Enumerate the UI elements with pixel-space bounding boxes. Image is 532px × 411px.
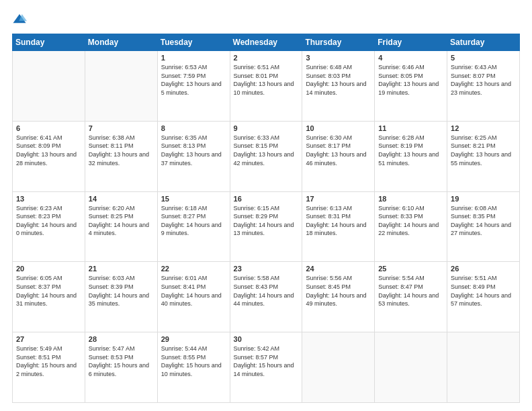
day-info: Sunrise: 5:51 AM Sunset: 8:49 PM Dayligh…	[451, 274, 516, 308]
day-number: 9	[234, 124, 299, 132]
day-number: 16	[234, 195, 299, 203]
day-info: Sunrise: 6:41 AM Sunset: 8:09 PM Dayligh…	[16, 134, 81, 167]
day-info: Sunrise: 6:28 AM Sunset: 8:19 PM Dayligh…	[378, 134, 443, 167]
day-cell	[85, 51, 157, 122]
day-cell: 14Sunrise: 6:20 AM Sunset: 8:25 PM Dayli…	[85, 191, 157, 262]
day-number: 29	[161, 335, 226, 343]
day-cell: 8Sunrise: 6:35 AM Sunset: 8:13 PM Daylig…	[157, 121, 230, 191]
day-info: Sunrise: 6:15 AM Sunset: 8:29 PM Dayligh…	[234, 204, 299, 238]
day-info: Sunrise: 5:44 AM Sunset: 8:55 PM Dayligh…	[161, 345, 226, 378]
logo	[12, 12, 30, 27]
logo-icon	[12, 12, 27, 27]
col-header-sunday: Sunday	[13, 34, 85, 51]
day-cell: 30Sunrise: 5:42 AM Sunset: 8:57 PM Dayli…	[230, 332, 302, 403]
day-info: Sunrise: 6:38 AM Sunset: 8:11 PM Dayligh…	[89, 134, 154, 167]
day-number: 28	[89, 335, 154, 343]
day-info: Sunrise: 6:10 AM Sunset: 8:33 PM Dayligh…	[378, 204, 443, 238]
day-info: Sunrise: 5:56 AM Sunset: 8:45 PM Dayligh…	[306, 274, 371, 308]
day-cell: 4Sunrise: 6:46 AM Sunset: 8:05 PM Daylig…	[375, 51, 447, 122]
col-header-saturday: Saturday	[447, 34, 520, 51]
calendar-header-row: SundayMondayTuesdayWednesdayThursdayFrid…	[13, 34, 520, 51]
day-cell: 3Sunrise: 6:48 AM Sunset: 8:03 PM Daylig…	[302, 51, 375, 122]
day-info: Sunrise: 6:08 AM Sunset: 8:35 PM Dayligh…	[451, 204, 516, 238]
day-number: 24	[306, 265, 371, 273]
day-number: 10	[306, 124, 371, 132]
day-cell	[447, 332, 520, 403]
day-number: 17	[306, 195, 371, 203]
day-number: 4	[378, 54, 443, 62]
day-info: Sunrise: 6:43 AM Sunset: 8:07 PM Dayligh…	[451, 63, 516, 97]
day-cell: 1Sunrise: 6:53 AM Sunset: 7:59 PM Daylig…	[157, 51, 230, 122]
day-cell: 25Sunrise: 5:54 AM Sunset: 8:47 PM Dayli…	[375, 262, 447, 332]
day-number: 12	[451, 124, 516, 132]
day-cell: 26Sunrise: 5:51 AM Sunset: 8:49 PM Dayli…	[447, 262, 520, 332]
col-header-thursday: Thursday	[302, 34, 375, 51]
day-cell: 10Sunrise: 6:30 AM Sunset: 8:17 PM Dayli…	[302, 121, 375, 191]
day-info: Sunrise: 6:48 AM Sunset: 8:03 PM Dayligh…	[306, 63, 371, 97]
day-info: Sunrise: 5:47 AM Sunset: 8:53 PM Dayligh…	[89, 345, 154, 378]
day-cell: 23Sunrise: 5:58 AM Sunset: 8:43 PM Dayli…	[230, 262, 302, 332]
day-info: Sunrise: 6:53 AM Sunset: 7:59 PM Dayligh…	[161, 63, 226, 97]
day-cell: 24Sunrise: 5:56 AM Sunset: 8:45 PM Dayli…	[302, 262, 375, 332]
day-info: Sunrise: 5:49 AM Sunset: 8:51 PM Dayligh…	[16, 345, 81, 378]
col-header-monday: Monday	[85, 34, 157, 51]
day-info: Sunrise: 6:23 AM Sunset: 8:23 PM Dayligh…	[16, 204, 81, 238]
day-number: 3	[306, 54, 371, 62]
day-info: Sunrise: 6:05 AM Sunset: 8:37 PM Dayligh…	[16, 274, 81, 308]
col-header-friday: Friday	[375, 34, 447, 51]
page: SundayMondayTuesdayWednesdayThursdayFrid…	[0, 0, 532, 411]
day-cell	[302, 332, 375, 403]
day-number: 13	[16, 195, 81, 203]
day-cell: 9Sunrise: 6:33 AM Sunset: 8:15 PM Daylig…	[230, 121, 302, 191]
day-cell: 13Sunrise: 6:23 AM Sunset: 8:23 PM Dayli…	[13, 191, 85, 262]
day-info: Sunrise: 6:35 AM Sunset: 8:13 PM Dayligh…	[161, 134, 226, 167]
day-info: Sunrise: 6:25 AM Sunset: 8:21 PM Dayligh…	[451, 134, 516, 167]
day-info: Sunrise: 6:01 AM Sunset: 8:41 PM Dayligh…	[161, 274, 226, 308]
day-number: 21	[89, 265, 154, 273]
day-info: Sunrise: 5:42 AM Sunset: 8:57 PM Dayligh…	[234, 345, 299, 378]
day-number: 20	[16, 265, 81, 273]
day-number: 6	[16, 124, 81, 132]
day-cell: 11Sunrise: 6:28 AM Sunset: 8:19 PM Dayli…	[375, 121, 447, 191]
day-info: Sunrise: 6:18 AM Sunset: 8:27 PM Dayligh…	[161, 204, 226, 238]
day-cell: 28Sunrise: 5:47 AM Sunset: 8:53 PM Dayli…	[85, 332, 157, 403]
day-cell	[375, 332, 447, 403]
week-row-1: 6Sunrise: 6:41 AM Sunset: 8:09 PM Daylig…	[13, 121, 520, 191]
day-number: 8	[161, 124, 226, 132]
week-row-0: 1Sunrise: 6:53 AM Sunset: 7:59 PM Daylig…	[13, 51, 520, 122]
day-info: Sunrise: 6:33 AM Sunset: 8:15 PM Dayligh…	[234, 134, 299, 167]
day-number: 30	[234, 335, 299, 343]
day-number: 1	[161, 54, 226, 62]
week-row-3: 20Sunrise: 6:05 AM Sunset: 8:37 PM Dayli…	[13, 262, 520, 332]
day-cell: 27Sunrise: 5:49 AM Sunset: 8:51 PM Dayli…	[13, 332, 85, 403]
day-info: Sunrise: 6:03 AM Sunset: 8:39 PM Dayligh…	[89, 274, 154, 308]
day-number: 18	[378, 195, 443, 203]
day-cell: 29Sunrise: 5:44 AM Sunset: 8:55 PM Dayli…	[157, 332, 230, 403]
day-info: Sunrise: 6:20 AM Sunset: 8:25 PM Dayligh…	[89, 204, 154, 238]
col-header-wednesday: Wednesday	[230, 34, 302, 51]
day-info: Sunrise: 5:54 AM Sunset: 8:47 PM Dayligh…	[378, 274, 443, 308]
day-info: Sunrise: 6:51 AM Sunset: 8:01 PM Dayligh…	[234, 63, 299, 97]
header	[12, 12, 520, 27]
week-row-4: 27Sunrise: 5:49 AM Sunset: 8:51 PM Dayli…	[13, 332, 520, 403]
day-cell: 5Sunrise: 6:43 AM Sunset: 8:07 PM Daylig…	[447, 51, 520, 122]
day-cell: 20Sunrise: 6:05 AM Sunset: 8:37 PM Dayli…	[13, 262, 85, 332]
day-cell: 12Sunrise: 6:25 AM Sunset: 8:21 PM Dayli…	[447, 121, 520, 191]
day-cell: 15Sunrise: 6:18 AM Sunset: 8:27 PM Dayli…	[157, 191, 230, 262]
day-number: 14	[89, 195, 154, 203]
day-cell	[13, 51, 85, 122]
day-cell: 2Sunrise: 6:51 AM Sunset: 8:01 PM Daylig…	[230, 51, 302, 122]
day-info: Sunrise: 5:58 AM Sunset: 8:43 PM Dayligh…	[234, 274, 299, 308]
day-number: 15	[161, 195, 226, 203]
day-cell: 22Sunrise: 6:01 AM Sunset: 8:41 PM Dayli…	[157, 262, 230, 332]
day-cell: 19Sunrise: 6:08 AM Sunset: 8:35 PM Dayli…	[447, 191, 520, 262]
day-number: 11	[378, 124, 443, 132]
calendar-table: SundayMondayTuesdayWednesdayThursdayFrid…	[12, 34, 520, 403]
day-cell: 18Sunrise: 6:10 AM Sunset: 8:33 PM Dayli…	[375, 191, 447, 262]
day-number: 19	[451, 195, 516, 203]
day-number: 22	[161, 265, 226, 273]
day-number: 25	[378, 265, 443, 273]
day-cell: 6Sunrise: 6:41 AM Sunset: 8:09 PM Daylig…	[13, 121, 85, 191]
day-number: 26	[451, 265, 516, 273]
day-info: Sunrise: 6:13 AM Sunset: 8:31 PM Dayligh…	[306, 204, 371, 238]
